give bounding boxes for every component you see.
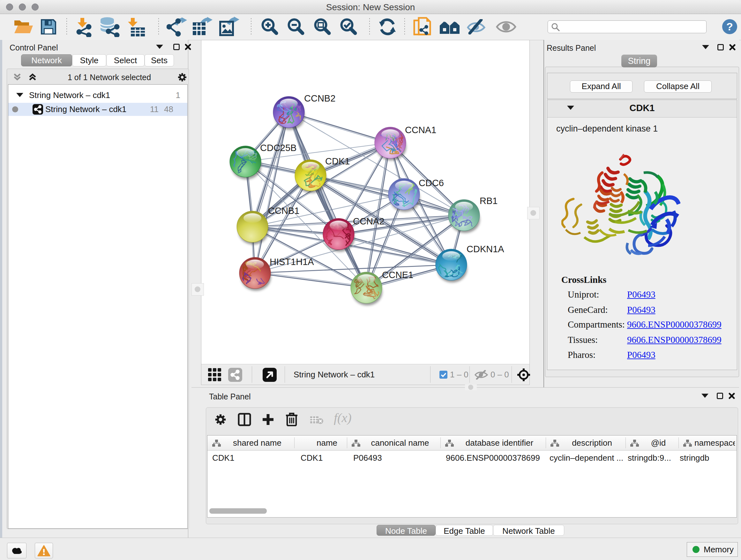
svg-text:CCNB1: CCNB1 <box>268 206 299 216</box>
svg-text:RB1: RB1 <box>480 196 497 206</box>
svg-text:CDC6: CDC6 <box>419 178 444 188</box>
svg-text:CDKN1A: CDKN1A <box>467 244 504 254</box>
svg-text:CCNE1: CCNE1 <box>382 270 413 280</box>
svg-text:CDK1: CDK1 <box>325 156 350 166</box>
svg-text:CCNA2: CCNA2 <box>353 216 384 226</box>
svg-text:CCNB2: CCNB2 <box>304 93 335 104</box>
svg-text:HIST1H1A: HIST1H1A <box>270 257 314 267</box>
svg-text:CCNA1: CCNA1 <box>405 125 436 135</box>
svg-text:CDC25B: CDC25B <box>260 143 296 153</box>
